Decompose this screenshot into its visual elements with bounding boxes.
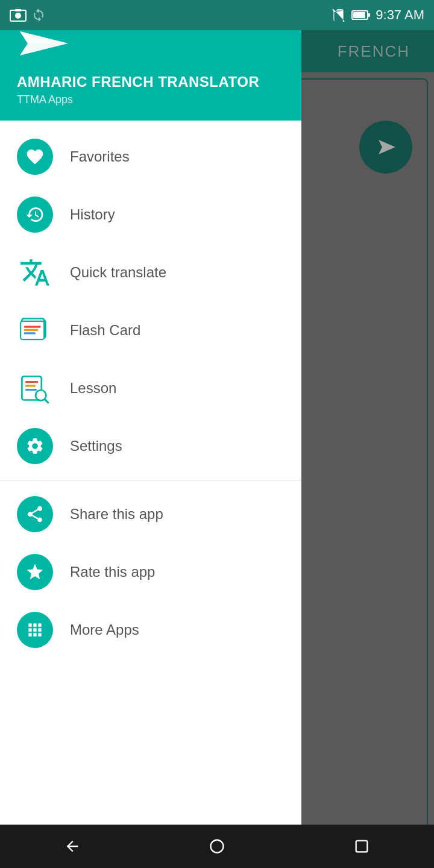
lesson-label: Lesson [70,380,116,397]
svg-rect-16 [25,381,39,383]
more-apps-label: More Apps [70,621,139,638]
navigation-bar [0,825,434,868]
svg-marker-8 [20,31,68,43]
sync-icon [31,8,46,22]
svg-point-21 [211,840,224,853]
flashcard-icon-wrap [17,312,53,348]
menu-item-more-apps[interactable]: More Apps [0,601,301,659]
svg-point-2 [15,13,21,19]
svg-rect-17 [25,385,36,387]
translate-icon-wrap [17,254,53,291]
more-apps-icon-bg [17,612,53,648]
favorites-icon-bg [17,139,53,175]
back-button[interactable] [54,828,90,864]
heart-icon [25,147,45,166]
flashcard-icon [19,315,51,346]
menu-divider [0,480,301,480]
share-icon-bg [17,496,53,532]
menu-item-favorites[interactable]: Favorites [0,128,301,186]
rate-label: Rate this app [70,564,155,580]
app-logo [17,25,285,64]
back-icon [64,838,81,855]
settings-label: Settings [70,438,122,454]
photo-icon [10,8,27,22]
menu-item-settings[interactable]: Settings [0,417,301,475]
gear-icon [25,436,45,456]
recents-button[interactable] [344,828,380,864]
lesson-icon-wrap [17,370,53,406]
star-icon [25,562,45,582]
drawer-menu: Favorites History Quick translate [0,121,301,868]
flash-card-label: Flash Card [70,322,140,339]
menu-item-quick-translate[interactable]: Quick translate [0,244,301,301]
no-sim-icon [331,7,347,23]
clock-icon [25,205,45,224]
history-icon-bg [17,197,53,233]
quick-translate-label: Quick translate [70,264,166,281]
svg-rect-14 [24,332,36,334]
status-bar: 9:37 AM [0,0,434,30]
menu-item-rate[interactable]: Rate this app [0,543,301,601]
grid-icon [25,620,45,640]
menu-item-share[interactable]: Share this app [0,485,301,543]
settings-icon-bg [17,428,53,464]
battery-icon [351,8,371,22]
status-icons: 9:37 AM [331,7,424,23]
menu-item-flash-card[interactable]: Flash Card [0,301,301,359]
svg-rect-3 [15,9,21,11]
status-time: 9:37 AM [376,7,424,23]
share-icon [25,505,45,524]
home-icon [209,838,225,855]
svg-rect-5 [353,12,365,18]
home-button[interactable] [199,828,235,864]
rate-icon-bg [17,554,53,590]
svg-rect-6 [368,13,370,17]
history-label: History [70,206,115,223]
app-name: AMHARIC FRENCH TRANSLATOR [17,74,285,91]
share-label: Share this app [70,506,163,523]
navigation-drawer: AMHARIC FRENCH TRANSLATOR TTMA Apps Favo… [0,0,301,868]
developer-name: TTMA Apps [17,93,285,106]
menu-item-lesson[interactable]: Lesson [0,359,301,417]
favorites-label: Favorites [70,148,130,165]
svg-line-20 [45,399,48,402]
dim-overlay[interactable] [301,0,434,868]
recents-icon [353,838,370,855]
svg-rect-18 [25,389,37,391]
lesson-icon [19,373,51,404]
svg-rect-13 [24,329,39,331]
translate-icon [19,257,51,288]
svg-rect-22 [356,841,368,852]
svg-rect-12 [24,326,41,327]
menu-item-history[interactable]: History [0,186,301,244]
